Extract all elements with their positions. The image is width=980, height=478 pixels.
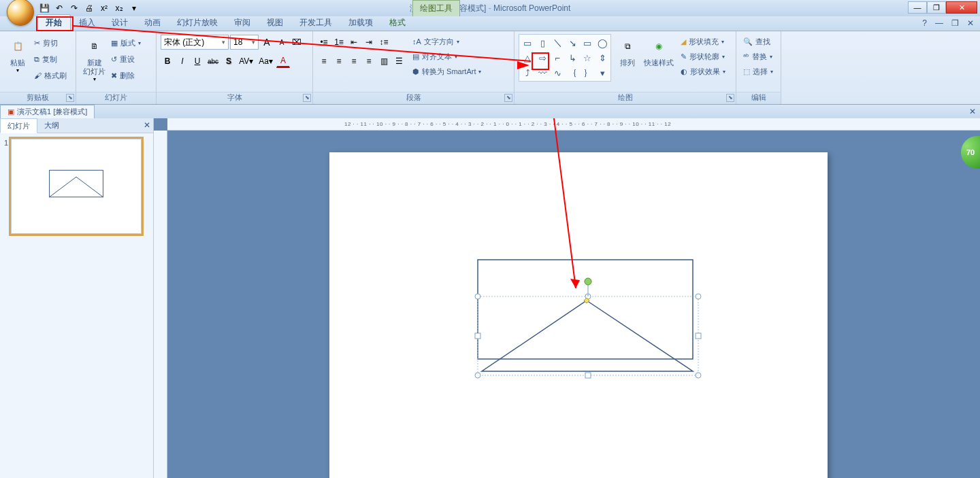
tab-format[interactable]: 格式 bbox=[381, 15, 414, 31]
slide-1-thumb[interactable] bbox=[11, 139, 142, 234]
shape-triangle-icon[interactable]: △ bbox=[521, 51, 534, 65]
tab-home[interactable]: 开始 bbox=[37, 14, 71, 31]
panel-tab-outline[interactable]: 大纲 bbox=[37, 118, 66, 133]
shape-rbrace-icon[interactable]: ｝ bbox=[581, 66, 594, 80]
italic-button[interactable]: I bbox=[176, 54, 189, 68]
tab-insert[interactable]: 插入 bbox=[71, 15, 103, 31]
shape-updown-icon[interactable]: ⇕ bbox=[595, 51, 609, 65]
tab-developer[interactable]: 开发工具 bbox=[291, 15, 340, 31]
paragraph-launcher[interactable]: ⬊ bbox=[504, 94, 512, 102]
sub-minimize-button[interactable]: — bbox=[933, 18, 945, 29]
shape-star-icon[interactable]: ☆ bbox=[581, 51, 594, 65]
shapes-more-icon[interactable]: ▾ bbox=[595, 66, 609, 80]
drawing-launcher[interactable]: ⬊ bbox=[726, 94, 734, 102]
redo-icon[interactable]: ↷ bbox=[68, 2, 80, 14]
layout-button[interactable]: ▦版式▾ bbox=[108, 35, 144, 50]
shape-fill-button[interactable]: ◢形状填充▾ bbox=[678, 34, 728, 49]
close-button[interactable]: ✕ bbox=[946, 1, 977, 14]
save-icon[interactable]: 💾 bbox=[38, 2, 50, 14]
shape-elbow-icon[interactable]: ⌐ bbox=[551, 51, 564, 65]
convert-smartart-button[interactable]: ⬢转换为 SmartArt▾ bbox=[410, 64, 484, 79]
columns-button[interactable]: ▥ bbox=[377, 54, 391, 68]
reset-button[interactable]: ↺重设 bbox=[108, 52, 144, 67]
tab-view[interactable]: 视图 bbox=[259, 15, 291, 31]
align-right-button[interactable]: ≡ bbox=[347, 54, 361, 68]
slide-thumbnail[interactable]: 1 bbox=[4, 139, 149, 234]
shape-textbox-icon[interactable]: ▭ bbox=[521, 36, 534, 50]
panel-close-button[interactable]: ✕ bbox=[144, 120, 150, 130]
shape-outline-button[interactable]: ✎形状轮廓▾ bbox=[678, 49, 728, 64]
bold-button[interactable]: B bbox=[161, 54, 174, 68]
shape-right-arrow-icon[interactable]: ⇨ bbox=[536, 51, 549, 65]
shape-connector-icon[interactable]: ↳ bbox=[566, 51, 579, 65]
document-close-button[interactable]: ✕ bbox=[969, 107, 976, 116]
slide-canvas[interactable] bbox=[329, 152, 828, 478]
cut-button[interactable]: ✂剪切 bbox=[31, 35, 69, 50]
sub-restore-button[interactable]: ❐ bbox=[949, 18, 961, 29]
distribute-button[interactable]: ☰ bbox=[392, 54, 406, 68]
strikethrough-button[interactable]: abc bbox=[206, 54, 220, 68]
print-icon[interactable]: 🖨 bbox=[83, 2, 95, 14]
format-painter-button[interactable]: 🖌格式刷 bbox=[31, 68, 69, 83]
shape-oval-icon[interactable]: ◯ bbox=[595, 36, 609, 50]
align-left-button[interactable]: ≡ bbox=[317, 54, 331, 68]
font-color-button[interactable]: A bbox=[276, 54, 290, 68]
find-button[interactable]: 🔍查找 bbox=[740, 34, 773, 49]
align-text-button[interactable]: ▤对齐文本▾ bbox=[410, 49, 484, 64]
select-icon: ⬚ bbox=[743, 67, 750, 76]
replace-button[interactable]: ᵃᵇ替换▾ bbox=[740, 49, 775, 64]
tab-review[interactable]: 审阅 bbox=[226, 15, 259, 31]
change-case-button[interactable]: Aa▾ bbox=[257, 54, 275, 68]
text-direction-button[interactable]: ↕A文字方向▾ bbox=[410, 34, 484, 49]
paste-button[interactable]: 📋 粘贴 ▾ bbox=[4, 34, 31, 75]
char-spacing-button[interactable]: AV▾ bbox=[237, 54, 255, 68]
tab-design[interactable]: 设计 bbox=[103, 15, 136, 31]
select-button[interactable]: ⬚选择▾ bbox=[740, 64, 776, 79]
group-label-font: 字体⬊ bbox=[157, 92, 312, 104]
clear-formatting-button[interactable]: ⌧ bbox=[290, 35, 304, 49]
new-slide-button[interactable]: 🗎 新建 幻灯片 ▾ bbox=[80, 34, 108, 84]
sub-close-button[interactable]: ✕ bbox=[965, 18, 976, 29]
shape-textbox-v-icon[interactable]: ▯ bbox=[536, 36, 549, 50]
justify-button[interactable]: ≡ bbox=[362, 54, 376, 68]
minimize-button[interactable]: — bbox=[908, 1, 927, 14]
clipboard-launcher[interactable]: ⬊ bbox=[66, 94, 74, 102]
help-icon[interactable]: ? bbox=[920, 18, 929, 29]
numbering-button[interactable]: 1≡ bbox=[332, 35, 346, 49]
arrange-button[interactable]: ⧉ 排列 bbox=[614, 34, 641, 69]
shapes-gallery[interactable]: ▭ ▯ ＼ ↘ ▭ ◯ △ ⇨ ⌐ ↳ ☆ ⇕ ⤴ 〰 ∿ ｛ ｝ ▾ bbox=[519, 34, 611, 82]
undo-icon[interactable]: ↶ bbox=[53, 2, 65, 14]
delete-button[interactable]: ✖删除 bbox=[108, 68, 144, 83]
shrink-font-button[interactable]: A bbox=[275, 35, 289, 49]
underline-button[interactable]: U bbox=[191, 54, 204, 68]
font-size-combo[interactable]: 18▾ bbox=[230, 35, 259, 50]
panel-tab-slides[interactable]: 幻灯片 bbox=[0, 118, 37, 133]
qat-more-icon[interactable]: ▾ bbox=[128, 2, 140, 14]
subscript-icon[interactable]: x₂ bbox=[113, 2, 125, 14]
shape-effects-button[interactable]: ◐形状效果▾ bbox=[678, 64, 728, 79]
quick-styles-button[interactable]: ◉ 快速样式 bbox=[641, 34, 676, 69]
bullets-button[interactable]: •≡ bbox=[317, 35, 331, 49]
shape-freeform-icon[interactable]: 〰 bbox=[536, 66, 549, 80]
shadow-button[interactable]: S bbox=[222, 54, 235, 68]
increase-indent-button[interactable]: ⇥ bbox=[362, 35, 376, 49]
font-name-combo[interactable]: 宋体 (正文)▾ bbox=[161, 35, 229, 50]
font-launcher[interactable]: ⬊ bbox=[303, 94, 311, 102]
align-center-button[interactable]: ≡ bbox=[332, 54, 346, 68]
tab-addins[interactable]: 加载项 bbox=[340, 15, 381, 31]
shape-scribble-icon[interactable]: ∿ bbox=[551, 66, 564, 80]
tab-slideshow[interactable]: 幻灯片放映 bbox=[169, 15, 226, 31]
grow-font-button[interactable]: A bbox=[260, 35, 274, 49]
shape-arrow-icon[interactable]: ↘ bbox=[566, 36, 579, 50]
shape-line-icon[interactable]: ＼ bbox=[551, 36, 564, 50]
maximize-button[interactable]: ❐ bbox=[927, 1, 946, 14]
shape-brace-icon[interactable]: ｛ bbox=[566, 66, 579, 80]
superscript-icon[interactable]: x² bbox=[98, 2, 110, 14]
decrease-indent-button[interactable]: ⇤ bbox=[347, 35, 361, 49]
document-tab[interactable]: ▣ 演示文稿1 [兼容模式] bbox=[0, 105, 95, 118]
shape-curve-icon[interactable]: ⤴ bbox=[521, 66, 534, 80]
copy-button[interactable]: ⧉复制 bbox=[31, 52, 69, 67]
line-spacing-button[interactable]: ↕≡ bbox=[377, 35, 391, 49]
shape-rect-icon[interactable]: ▭ bbox=[581, 36, 594, 50]
tab-animation[interactable]: 动画 bbox=[136, 15, 169, 31]
